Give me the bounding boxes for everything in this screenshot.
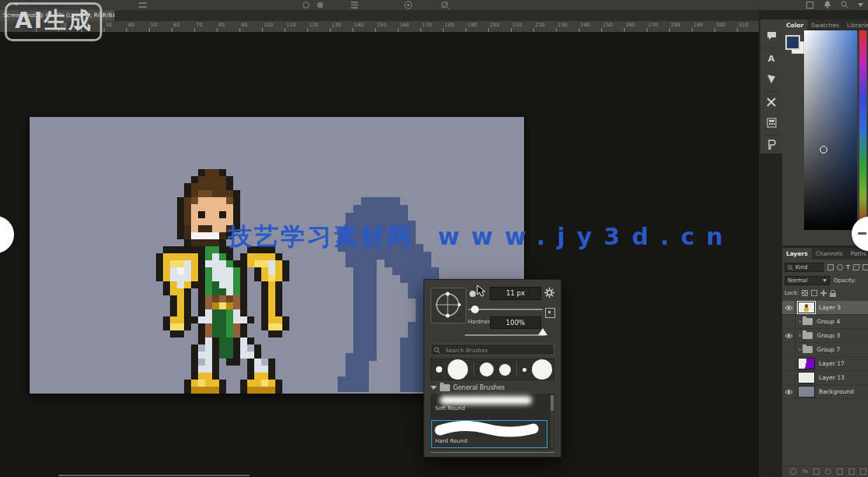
pennant-icon[interactable] [765, 72, 778, 85]
layer-row[interactable]: ›Group 3 [782, 329, 868, 343]
delete-layer-icon[interactable] [860, 468, 866, 475]
smoothing-icon[interactable] [441, 1, 449, 9]
character-icon[interactable]: A [765, 52, 778, 65]
tab-layers[interactable]: Layers [782, 248, 812, 260]
new-group-icon[interactable] [837, 468, 843, 475]
layer-row[interactable]: Background [782, 385, 868, 399]
calculator-icon[interactable] [765, 116, 778, 129]
lock-pixels-icon[interactable] [811, 290, 817, 296]
visibility-toggle[interactable] [782, 301, 795, 314]
filter-image-icon[interactable] [827, 264, 834, 270]
tab-swatches[interactable]: Swatches [807, 19, 843, 31]
layer-name[interactable]: Layer 13 [819, 374, 845, 381]
layer-row[interactable]: ›Group 7 [782, 343, 868, 357]
mode-icon[interactable] [139, 2, 147, 9]
slider-thumb[interactable] [471, 306, 479, 313]
blend-mode-select[interactable]: Normal [785, 276, 830, 285]
foreground-color-swatch[interactable] [785, 35, 800, 50]
foreground-background-swatches[interactable] [785, 35, 804, 54]
layer-name[interactable]: Background [819, 388, 854, 395]
layer-thumbnail[interactable] [798, 358, 815, 369]
hardness-field[interactable]: 100% [490, 316, 541, 329]
scrollbar[interactable] [551, 395, 554, 448]
layer-name[interactable]: Layer 17 [819, 360, 845, 367]
filter-smart-icon[interactable] [863, 264, 868, 270]
brush-preset-dot[interactable] [499, 364, 511, 376]
brush-size-slider[interactable] [468, 309, 543, 310]
filter-type-icon[interactable]: T [846, 264, 850, 270]
brush-item-hard-round[interactable]: Hard Round [431, 420, 547, 448]
layer-name[interactable]: Layer 3 [819, 304, 841, 311]
color-picker-ring[interactable] [820, 146, 827, 154]
layer-thumbnail[interactable] [798, 386, 815, 398]
layer-row[interactable]: ›Group 4 [782, 315, 868, 329]
filter-kind-dropdown[interactable]: Kind [785, 263, 824, 272]
video-progress-bar[interactable] [58, 475, 250, 476]
brush-group-header[interactable]: General Brushes [430, 383, 554, 393]
layer-thumbnail[interactable] [798, 302, 815, 313]
slider-triangle-thumb[interactable] [538, 328, 547, 335]
filter-shape-icon[interactable] [852, 264, 860, 270]
tab-color[interactable]: Color [782, 19, 807, 31]
saturation-brightness-field[interactable] [804, 30, 857, 230]
expand-arrow-icon[interactable]: › [799, 318, 801, 325]
layer-effects-icon[interactable]: fx [802, 468, 808, 475]
layer-row[interactable]: Layer 13 [782, 371, 868, 385]
brush-preset-dot[interactable] [532, 359, 552, 380]
close-icon[interactable] [765, 96, 778, 108]
brush-size-field[interactable]: 11 px [490, 287, 541, 300]
brush-preset-dot[interactable] [480, 362, 494, 376]
bell-icon[interactable] [824, 1, 831, 9]
expand-arrow-icon[interactable]: › [799, 346, 801, 353]
share-icon[interactable] [806, 2, 813, 9]
layer-row[interactable]: Layer 3 [782, 301, 868, 315]
layer-thumbnail[interactable] [798, 372, 815, 383]
layer-row[interactable]: Layer 17 [782, 357, 868, 371]
airbrush-icon[interactable] [404, 1, 413, 9]
brush-preset-dot[interactable] [448, 359, 468, 380]
visibility-toggle[interactable] [782, 371, 795, 384]
brush-search-input[interactable] [444, 344, 554, 356]
brush-angle-control[interactable] [430, 288, 466, 323]
new-layer-icon[interactable] [849, 468, 855, 475]
brush-item-soft-round[interactable]: Soft Round [432, 394, 547, 412]
lock-transparency-icon[interactable] [802, 290, 808, 296]
brush-search-box[interactable] [430, 344, 554, 355]
tab-libraries[interactable]: Libraries [843, 19, 868, 31]
visibility-toggle[interactable] [782, 357, 795, 370]
layer-name[interactable]: Group 7 [817, 346, 840, 353]
visibility-toggle[interactable] [782, 329, 795, 342]
paragraph-icon[interactable] [765, 138, 778, 150]
layer-name[interactable]: Group 4 [817, 318, 840, 325]
hue-slider[interactable] [859, 30, 866, 230]
lock-position-icon[interactable] [820, 290, 827, 296]
tab-channels[interactable]: Channels [812, 248, 847, 260]
visibility-toggle[interactable] [782, 343, 795, 356]
flow-icon[interactable] [351, 2, 358, 9]
layer-name[interactable]: Group 3 [817, 332, 840, 339]
expand-arrow-icon[interactable]: › [799, 332, 801, 339]
lock-label: Lock: [785, 290, 799, 296]
brush-preset-dot[interactable] [523, 368, 526, 372]
visibility-toggle[interactable] [782, 385, 795, 398]
horizontal-ruler[interactable]: 0102030405060708090100110120130140150160… [0, 21, 760, 33]
visibility-toggle[interactable] [782, 315, 795, 328]
opacity-icon[interactable] [303, 2, 310, 9]
search-icon[interactable] [841, 1, 849, 9]
soft-brush-stroke-preview [440, 396, 532, 405]
brush-preset-dot[interactable] [436, 366, 442, 373]
filter-adjustment-icon[interactable] [837, 264, 843, 270]
workspace-chevron-icon[interactable] [858, 3, 863, 7]
scrollbar-thumb[interactable] [551, 395, 554, 411]
hardness-slider[interactable] [465, 334, 546, 336]
link-layers-icon[interactable] [790, 468, 796, 475]
comment-icon[interactable] [765, 29, 778, 41]
gear-icon[interactable] [544, 288, 554, 298]
brush-preview-toggle-icon[interactable] [545, 308, 555, 318]
adjustment-layer-icon[interactable] [825, 468, 831, 475]
pressure-opacity-icon[interactable] [317, 2, 324, 9]
lock-all-icon[interactable] [830, 290, 836, 297]
layer-mask-icon[interactable] [813, 468, 820, 475]
mouse-cursor [476, 284, 487, 297]
ruler-tick-label: 110 [286, 22, 296, 28]
